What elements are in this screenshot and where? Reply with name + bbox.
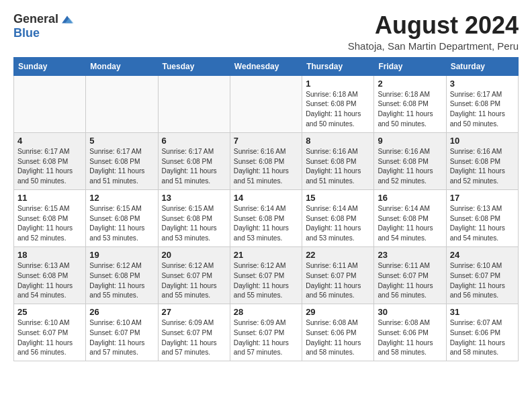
calendar-cell: 29Sunrise: 6:08 AMSunset: 6:06 PMDayligh…	[302, 304, 374, 361]
day-number: 1	[306, 79, 370, 89]
calendar-cell: 8Sunrise: 6:16 AMSunset: 6:08 PMDaylight…	[302, 132, 374, 189]
day-number: 6	[162, 136, 226, 146]
calendar-header-sunday: Sunday	[14, 57, 86, 75]
calendar-cell: 22Sunrise: 6:11 AMSunset: 6:07 PMDayligh…	[302, 246, 374, 304]
calendar-cell: 30Sunrise: 6:08 AMSunset: 6:06 PMDayligh…	[374, 304, 446, 361]
day-info: Sunrise: 6:10 AMSunset: 6:07 PMDaylight:…	[89, 318, 154, 358]
calendar-cell: 25Sunrise: 6:10 AMSunset: 6:07 PMDayligh…	[14, 304, 86, 361]
day-info: Sunrise: 6:16 AMSunset: 6:08 PMDaylight:…	[450, 147, 515, 187]
day-info: Sunrise: 6:09 AMSunset: 6:07 PMDaylight:…	[234, 318, 298, 358]
day-info: Sunrise: 6:13 AMSunset: 6:08 PMDaylight:…	[17, 261, 82, 301]
calendar-cell	[86, 75, 158, 132]
day-info: Sunrise: 6:16 AMSunset: 6:08 PMDaylight:…	[306, 147, 370, 187]
logo: General Blue	[13, 12, 75, 40]
day-info: Sunrise: 6:17 AMSunset: 6:08 PMDaylight:…	[17, 147, 82, 187]
calendar-week-4: 18Sunrise: 6:13 AMSunset: 6:08 PMDayligh…	[14, 246, 519, 304]
day-info: Sunrise: 6:12 AMSunset: 6:07 PMDaylight:…	[162, 261, 226, 301]
calendar-cell: 26Sunrise: 6:10 AMSunset: 6:07 PMDayligh…	[86, 304, 158, 361]
day-number: 11	[17, 193, 82, 203]
day-number: 9	[378, 136, 442, 146]
day-number: 19	[89, 250, 154, 260]
day-info: Sunrise: 6:16 AMSunset: 6:08 PMDaylight:…	[234, 147, 298, 187]
day-number: 28	[234, 307, 298, 317]
calendar-cell: 19Sunrise: 6:12 AMSunset: 6:08 PMDayligh…	[86, 246, 158, 304]
calendar-header-saturday: Saturday	[446, 57, 518, 75]
day-info: Sunrise: 6:15 AMSunset: 6:08 PMDaylight:…	[89, 204, 154, 244]
title-block: August 2024 Shatoja, San Martin Departme…	[348, 12, 519, 52]
calendar-cell: 11Sunrise: 6:15 AMSunset: 6:08 PMDayligh…	[14, 189, 86, 246]
day-number: 3	[450, 79, 515, 89]
calendar-cell: 3Sunrise: 6:17 AMSunset: 6:08 PMDaylight…	[446, 75, 518, 132]
month-title: August 2024	[348, 12, 519, 39]
calendar-cell: 15Sunrise: 6:14 AMSunset: 6:08 PMDayligh…	[302, 189, 374, 246]
day-info: Sunrise: 6:16 AMSunset: 6:08 PMDaylight:…	[378, 147, 442, 187]
day-number: 22	[306, 250, 370, 260]
calendar-cell: 17Sunrise: 6:13 AMSunset: 6:08 PMDayligh…	[446, 189, 518, 246]
calendar-week-1: 1Sunrise: 6:18 AMSunset: 6:08 PMDaylight…	[14, 75, 519, 132]
calendar-cell	[230, 75, 302, 132]
day-info: Sunrise: 6:13 AMSunset: 6:08 PMDaylight:…	[450, 204, 515, 244]
calendar-week-3: 11Sunrise: 6:15 AMSunset: 6:08 PMDayligh…	[14, 189, 519, 246]
day-info: Sunrise: 6:18 AMSunset: 6:08 PMDaylight:…	[378, 90, 442, 130]
day-number: 12	[89, 193, 154, 203]
calendar-cell: 5Sunrise: 6:17 AMSunset: 6:08 PMDaylight…	[86, 132, 158, 189]
day-info: Sunrise: 6:08 AMSunset: 6:06 PMDaylight:…	[306, 318, 370, 358]
calendar-cell: 18Sunrise: 6:13 AMSunset: 6:08 PMDayligh…	[14, 246, 86, 304]
calendar-cell: 13Sunrise: 6:15 AMSunset: 6:08 PMDayligh…	[158, 189, 230, 246]
day-info: Sunrise: 6:10 AMSunset: 6:07 PMDaylight:…	[450, 261, 515, 301]
day-number: 26	[89, 307, 154, 317]
day-info: Sunrise: 6:11 AMSunset: 6:07 PMDaylight:…	[306, 261, 370, 301]
calendar-cell: 6Sunrise: 6:17 AMSunset: 6:08 PMDaylight…	[158, 132, 230, 189]
day-number: 24	[450, 250, 515, 260]
day-number: 4	[17, 136, 82, 146]
day-info: Sunrise: 6:11 AMSunset: 6:07 PMDaylight:…	[378, 261, 442, 301]
calendar-cell: 9Sunrise: 6:16 AMSunset: 6:08 PMDaylight…	[374, 132, 446, 189]
day-number: 7	[234, 136, 298, 146]
day-number: 27	[162, 307, 226, 317]
day-number: 18	[17, 250, 82, 260]
day-info: Sunrise: 6:12 AMSunset: 6:08 PMDaylight:…	[89, 261, 154, 301]
logo-general-text: General	[13, 12, 58, 26]
day-number: 2	[378, 79, 442, 89]
day-number: 23	[378, 250, 442, 260]
day-number: 20	[162, 250, 226, 260]
header: General Blue August 2024 Shatoja, San Ma…	[13, 12, 519, 52]
calendar-cell: 12Sunrise: 6:15 AMSunset: 6:08 PMDayligh…	[86, 189, 158, 246]
day-number: 16	[378, 193, 442, 203]
calendar-cell: 2Sunrise: 6:18 AMSunset: 6:08 PMDaylight…	[374, 75, 446, 132]
logo-blue-text: Blue	[13, 26, 40, 40]
calendar-cell	[158, 75, 230, 132]
calendar-cell: 28Sunrise: 6:09 AMSunset: 6:07 PMDayligh…	[230, 304, 302, 361]
calendar-cell: 27Sunrise: 6:09 AMSunset: 6:07 PMDayligh…	[158, 304, 230, 361]
day-info: Sunrise: 6:07 AMSunset: 6:06 PMDaylight:…	[450, 318, 515, 358]
calendar-week-2: 4Sunrise: 6:17 AMSunset: 6:08 PMDaylight…	[14, 132, 519, 189]
calendar-header-monday: Monday	[86, 57, 158, 75]
day-number: 31	[450, 307, 515, 317]
calendar-cell: 23Sunrise: 6:11 AMSunset: 6:07 PMDayligh…	[374, 246, 446, 304]
calendar: SundayMondayTuesdayWednesdayThursdayFrid…	[13, 57, 519, 362]
day-info: Sunrise: 6:10 AMSunset: 6:07 PMDaylight:…	[17, 318, 82, 358]
day-info: Sunrise: 6:08 AMSunset: 6:06 PMDaylight:…	[378, 318, 442, 358]
day-number: 14	[234, 193, 298, 203]
calendar-cell	[14, 75, 86, 132]
day-number: 29	[306, 307, 370, 317]
calendar-header-wednesday: Wednesday	[230, 57, 302, 75]
day-number: 10	[450, 136, 515, 146]
day-info: Sunrise: 6:14 AMSunset: 6:08 PMDaylight:…	[378, 204, 442, 244]
day-info: Sunrise: 6:14 AMSunset: 6:08 PMDaylight:…	[234, 204, 298, 244]
logo-icon	[60, 13, 75, 26]
day-number: 17	[450, 193, 515, 203]
calendar-header-tuesday: Tuesday	[158, 57, 230, 75]
calendar-cell: 31Sunrise: 6:07 AMSunset: 6:06 PMDayligh…	[446, 304, 518, 361]
day-info: Sunrise: 6:15 AMSunset: 6:08 PMDaylight:…	[162, 204, 226, 244]
calendar-cell: 21Sunrise: 6:12 AMSunset: 6:07 PMDayligh…	[230, 246, 302, 304]
calendar-cell: 16Sunrise: 6:14 AMSunset: 6:08 PMDayligh…	[374, 189, 446, 246]
page: General Blue August 2024 Shatoja, San Ma…	[0, 0, 532, 411]
day-info: Sunrise: 6:14 AMSunset: 6:08 PMDaylight:…	[306, 204, 370, 244]
day-number: 8	[306, 136, 370, 146]
day-number: 5	[89, 136, 154, 146]
day-number: 15	[306, 193, 370, 203]
day-info: Sunrise: 6:17 AMSunset: 6:08 PMDaylight:…	[89, 147, 154, 187]
calendar-cell: 14Sunrise: 6:14 AMSunset: 6:08 PMDayligh…	[230, 189, 302, 246]
day-info: Sunrise: 6:12 AMSunset: 6:07 PMDaylight:…	[234, 261, 298, 301]
